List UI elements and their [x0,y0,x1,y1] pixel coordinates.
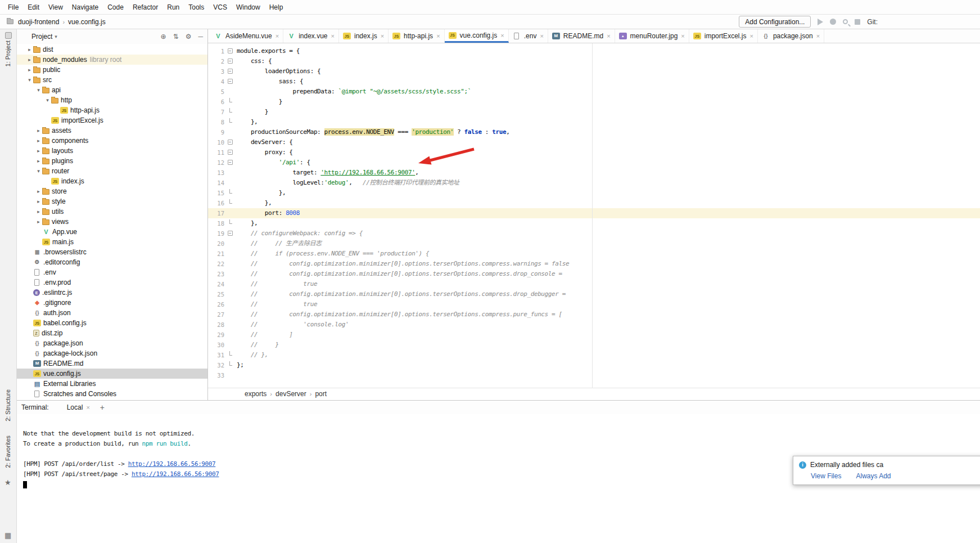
fold-collapse-icon[interactable]: − [228,48,233,53]
chevron-right-icon[interactable]: ▸ [26,57,33,62]
tree-item-public[interactable]: ▸public [17,65,207,75]
fold-gutter[interactable]: − [226,147,234,158]
tab-index-vue[interactable]: Vindex.vue× [283,29,339,43]
tree-item-package-json[interactable]: {}package.json [17,338,207,348]
tree-item-editorconfig[interactable]: ⚙.editorconfig [17,257,207,267]
tab-http-api-js[interactable]: JShttp-api.js× [389,29,444,43]
tree-item-views[interactable]: ▸views [17,217,207,227]
tree-item-gitignore[interactable]: ◆.gitignore [17,298,207,308]
menu-item-vcs[interactable]: VCS [209,0,232,15]
notification-action-view-files[interactable]: View Files [811,472,841,480]
tree-item-src[interactable]: ▾src [17,75,207,85]
tree-item-router[interactable]: ▾router [17,166,207,176]
tree-item-env-prod[interactable]: .env.prod [17,277,207,288]
star-icon[interactable]: ★ [4,478,11,487]
tree-item-eslintrc-js[interactable]: E.eslintrc.js [17,288,207,298]
chevron-right-icon[interactable]: ▸ [35,189,42,194]
stripe-project-button[interactable]: 1: Project [4,41,11,66]
run-icon[interactable] [818,19,823,25]
menu-item-navigate[interactable]: Navigate [67,0,103,15]
chevron-right-icon[interactable]: ▸ [35,138,42,143]
menu-item-edit[interactable]: Edit [23,0,44,15]
close-tab-icon[interactable]: × [331,33,335,39]
fold-gutter[interactable] [226,198,234,208]
fold-collapse-icon[interactable]: − [228,160,233,165]
tree-item-scratches-and-consoles[interactable]: Scratches and Consoles [17,389,207,399]
chevron-right-icon[interactable]: ▸ [35,148,42,154]
tree-item-vue-config-js[interactable]: JSvue.config.js [17,369,207,379]
fold-collapse-icon[interactable]: − [228,59,233,64]
tree-item-api[interactable]: ▾api [17,85,207,95]
tree-item-importexcel-js[interactable]: JSimportExcel.js [17,115,207,125]
tree-item-http-api-js[interactable]: JShttp-api.js [17,105,207,115]
tab-env[interactable]: .env× [509,29,548,43]
fold-collapse-icon[interactable]: − [228,231,233,236]
tab-readme-md[interactable]: MREADME.md× [548,29,615,43]
tree-item-components[interactable]: ▸components [17,136,207,146]
locate-file-icon[interactable]: ⊕ [161,33,166,41]
fold-collapse-icon[interactable]: − [228,140,233,145]
menu-item-view[interactable]: View [44,0,67,15]
tree-item-babel-config-js[interactable]: JSbabel.config.js [17,318,207,328]
tree-item-dist[interactable]: ▸dist [17,44,207,55]
menu-item-code[interactable]: Code [103,0,128,15]
tree-item-http[interactable]: ▾http [17,95,207,105]
project-tool-icon[interactable] [5,32,12,39]
tree-item-utils[interactable]: ▸utils [17,207,207,217]
tree-item-store[interactable]: ▸store [17,186,207,196]
fold-gutter[interactable]: − [226,77,234,87]
breadcrumb-port[interactable]: port [313,390,328,398]
fold-collapse-icon[interactable]: − [228,150,233,155]
menu-item-file[interactable]: File [3,0,23,15]
tree-item-layouts[interactable]: ▸layouts [17,146,207,156]
hide-panel-icon[interactable]: ─ [198,33,203,41]
close-tab-icon[interactable]: × [816,33,820,39]
chevron-right-icon[interactable]: ▸ [26,67,33,73]
tab-importexcel-js[interactable]: JSimportExcel.js× [689,29,758,43]
close-tab-icon[interactable]: × [500,32,504,39]
tree-item-auth-json[interactable]: {}auth.json [17,308,207,318]
close-tab-icon[interactable]: × [436,33,440,39]
tree-item-readme-md[interactable]: MREADME.md [17,358,207,369]
coverage-icon[interactable] [843,19,848,24]
tab-menurouter-jpg[interactable]: ▲menuRouter.jpg× [615,29,689,43]
add-configuration-button[interactable]: Add Configuration... [739,16,811,28]
breadcrumb-project[interactable]: duoji-frontend [17,18,60,26]
close-tab-icon[interactable]: × [381,33,384,39]
new-terminal-icon[interactable]: + [100,403,105,412]
fold-gutter[interactable] [226,218,234,228]
close-tab-icon[interactable]: × [681,33,684,39]
tool-windows-icon[interactable]: ▦ [4,531,11,540]
gear-icon[interactable]: ⚙ [186,33,192,41]
fold-gutter[interactable]: − [226,158,234,168]
fold-gutter[interactable] [226,188,234,198]
tree-item-node-modules[interactable]: ▸node_moduleslibrary root [17,55,207,65]
tab-index-js[interactable]: JSindex.js× [339,29,389,43]
fold-gutter[interactable] [226,350,234,360]
code-area[interactable]: 1−module.exports = {2− css: {3− loaderOp… [208,43,980,388]
chevron-down-icon[interactable]: ▾ [35,87,42,93]
close-tab-icon[interactable]: × [607,33,610,39]
close-tab-icon[interactable]: × [749,33,753,39]
chevron-right-icon[interactable]: ▸ [35,158,42,164]
fold-gutter[interactable]: − [226,228,234,239]
fold-gutter[interactable]: − [226,46,234,56]
stripe-structure-button[interactable]: 2: Structure [4,389,11,421]
tree-item-dist-zip[interactable]: Zdist.zip [17,328,207,338]
fold-gutter[interactable] [226,97,234,107]
chevron-down-icon[interactable]: ▾ [26,77,33,83]
tab-asidemenu-vue[interactable]: VAsideMenu.vue× [210,29,283,43]
fold-gutter[interactable] [226,360,234,370]
tree-item-index-js[interactable]: JSindex.js [17,176,207,186]
chevron-right-icon[interactable]: ▸ [35,219,42,225]
stripe-favorites-button[interactable]: 2: Favorites [4,436,11,468]
menu-item-run[interactable]: Run [162,0,184,15]
tree-item-plugins[interactable]: ▸plugins [17,156,207,166]
project-panel-title[interactable]: Project ▾ [31,33,57,41]
tab-vue-config-js[interactable]: JSvue.config.js× [445,29,509,43]
fold-gutter[interactable]: − [226,56,234,66]
close-tab-icon[interactable]: × [276,33,279,39]
chevron-right-icon[interactable]: ▸ [35,209,42,214]
stop-icon[interactable] [855,19,860,25]
tree-item-external-libraries[interactable]: ▤External Libraries [17,379,207,389]
